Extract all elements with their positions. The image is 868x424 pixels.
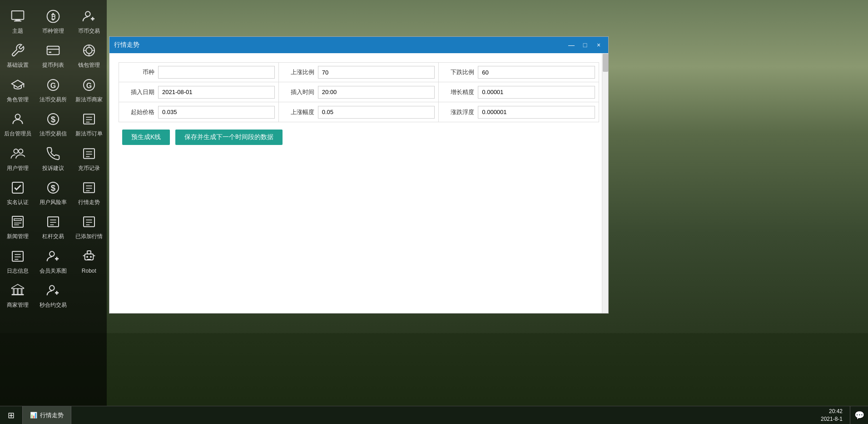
sidebar-label: 新法币商家 xyxy=(75,96,103,103)
form-input-qishijia[interactable] xyxy=(158,106,275,119)
taskbar-clock: 20:42 xyxy=(821,408,843,415)
form-label-charudate: 插入日期 xyxy=(123,88,154,96)
modal-scrollbar[interactable] xyxy=(602,53,608,313)
coin-g-icon: G xyxy=(46,78,60,95)
sidebar-item-rizhi[interactable]: 日志信息 xyxy=(0,244,35,278)
sidebar: 主题 ₿ 币种管理 币币交易 基础设置 提币列表 xyxy=(0,0,107,406)
desktop-icon xyxy=(10,9,25,26)
form-input-zhangdiefu[interactable] xyxy=(478,106,595,119)
sidebar-item-xinfabi[interactable]: G 新法币商家 xyxy=(71,72,107,106)
sidebar-item-jichu[interactable]: 基础设置 xyxy=(0,38,35,72)
sidebar-item-bizhong[interactable]: ₿ 币种管理 xyxy=(35,4,71,38)
taskbar-start-button[interactable]: ⊞ xyxy=(0,406,23,424)
robot-icon xyxy=(82,249,96,266)
sidebar-item-houtai[interactable]: 后台管理员 xyxy=(0,106,35,140)
form-row-1: 插入日期 插入时间 增长精度 xyxy=(119,82,599,102)
form-input-shangzhang[interactable] xyxy=(318,66,435,79)
form-cell-charutime: 插入时间 xyxy=(279,82,439,102)
sidebar-item-huiyuan[interactable]: 会员关系图 xyxy=(35,244,71,278)
modal-maximize-button[interactable]: □ xyxy=(580,40,590,50)
scrollbar-thumb[interactable] xyxy=(603,54,608,72)
modal-title: 行情走势 xyxy=(114,41,566,49)
sidebar-label: 法币交易所 xyxy=(40,96,67,103)
form-cell-zengjing: 增长精度 xyxy=(439,82,599,102)
form-input-charutime[interactable] xyxy=(318,86,435,99)
sidebar-label: 币币交易 xyxy=(78,28,100,34)
sidebar-item-tousu[interactable]: 投诉建议 xyxy=(35,141,71,175)
svg-text:G: G xyxy=(50,81,56,89)
taskbar-active-item[interactable]: 📊 行情走势 xyxy=(23,406,71,424)
person-icon xyxy=(10,112,25,129)
save-next-button[interactable]: 保存并生成下一个时间段的数据 xyxy=(175,130,283,145)
form-label-shangzhang: 上涨比例 xyxy=(283,68,314,76)
sidebar-item-yitianjia[interactable]: 已添加行情 xyxy=(71,209,107,243)
svg-text:₿: ₿ xyxy=(51,12,55,21)
sidebar-item-xinfabidingdan[interactable]: 新法币订单 xyxy=(71,106,107,140)
form-input-bizhong[interactable] xyxy=(158,66,275,79)
form-empty-area xyxy=(119,152,599,289)
sidebar-item-bibi[interactable]: 币币交易 xyxy=(71,4,107,38)
modal-close-button[interactable]: × xyxy=(594,40,604,50)
modal-controls: — □ × xyxy=(566,40,604,50)
sidebar-label: 已添加行情 xyxy=(75,233,103,239)
preview-k-button[interactable]: 预生成K线 xyxy=(122,130,170,145)
sidebar-label: 主题 xyxy=(12,28,23,34)
svg-text:$: $ xyxy=(51,183,56,193)
svg-point-69 xyxy=(50,285,55,290)
sidebar-label: 角色管理 xyxy=(7,96,29,103)
sidebar-label: 新法币订单 xyxy=(75,130,103,137)
sidebar-item-fengxian[interactable]: $ 用户风险率 xyxy=(35,175,71,209)
form-input-charudate[interactable] xyxy=(158,86,275,99)
form-cell-qishijia: 起始价格 xyxy=(119,102,279,122)
modal-window: 行情走势 — □ × 币种 上涨比例 下跌比例 插入日 xyxy=(109,36,609,314)
list5-icon xyxy=(82,214,96,231)
user-plus3-icon xyxy=(46,283,60,300)
modal-titlebar: 行情走势 — □ × xyxy=(109,37,608,53)
sidebar-label: 日志信息 xyxy=(7,268,29,274)
sidebar-item-fabixinxi[interactable]: $ 法币交易信 xyxy=(35,106,71,140)
form-input-xiadie[interactable] xyxy=(478,66,595,79)
sidebar-item-hangqing[interactable]: 行情走势 xyxy=(71,175,107,209)
card-icon xyxy=(46,43,60,60)
modal-minimize-button[interactable]: — xyxy=(566,40,576,50)
sidebar-item-jiaose[interactable]: 角色管理 xyxy=(0,72,35,106)
sidebar-item-qianbao[interactable]: 钱包管理 xyxy=(71,38,107,72)
svg-point-5 xyxy=(85,11,90,16)
form-cell-shangzhanfudu: 上涨幅度 xyxy=(279,102,439,122)
svg-rect-38 xyxy=(12,216,23,227)
group-icon xyxy=(10,146,25,163)
sidebar-item-ganggan[interactable]: 杠杆交易 xyxy=(35,209,71,243)
form-input-zengjing[interactable] xyxy=(478,86,595,99)
form-input-shangzhanfudu[interactable] xyxy=(318,106,435,119)
user-plus-icon xyxy=(82,9,96,26)
chat-icon: 💬 xyxy=(854,410,864,420)
form-row-2: 起始价格 上涨幅度 涨跌浮度 xyxy=(119,102,599,122)
form-cell-bizhong: 币种 xyxy=(119,63,279,82)
taskbar: ⊞ 📊 行情走势 20:42 2021-8-1 💬 xyxy=(0,406,868,424)
sidebar-item-fabi[interactable]: G 法币交易所 xyxy=(35,72,71,106)
user-plus2-icon xyxy=(46,249,60,266)
sidebar-item-tibo[interactable]: 提币列表 xyxy=(35,38,71,72)
phone-icon xyxy=(46,146,60,163)
svg-rect-27 xyxy=(84,149,94,158)
wrench-icon xyxy=(10,43,25,60)
sidebar-item-chongbi[interactable]: 充币记录 xyxy=(71,141,107,175)
svg-rect-66 xyxy=(17,289,19,294)
start-icon: ⊞ xyxy=(8,410,15,420)
sidebar-item-shangjia[interactable]: 商家管理 xyxy=(0,278,35,312)
sidebar-item-miaoheyue[interactable]: 秒合约交易 xyxy=(35,278,71,312)
bank-icon xyxy=(10,283,25,300)
taskbar-chat-button[interactable]: 💬 xyxy=(850,406,868,424)
sidebar-item-xinwen[interactable]: 新闻管理 xyxy=(0,209,35,243)
sidebar-item-zhuji[interactable]: 主题 xyxy=(0,4,35,38)
sidebar-item-shiming[interactable]: 实名认证 xyxy=(0,175,35,209)
svg-point-60 xyxy=(90,256,92,258)
form-label-bizhong: 币种 xyxy=(123,68,154,76)
sidebar-label: 实名认证 xyxy=(7,199,29,205)
sidebar-item-yonghu[interactable]: 用户管理 xyxy=(0,141,35,175)
svg-rect-42 xyxy=(48,217,59,227)
sidebar-label: 秒合约交易 xyxy=(40,302,67,308)
sidebar-item-robot[interactable]: Robot xyxy=(71,244,107,278)
svg-point-12 xyxy=(86,48,92,54)
form-cell-charudate: 插入日期 xyxy=(119,82,279,102)
